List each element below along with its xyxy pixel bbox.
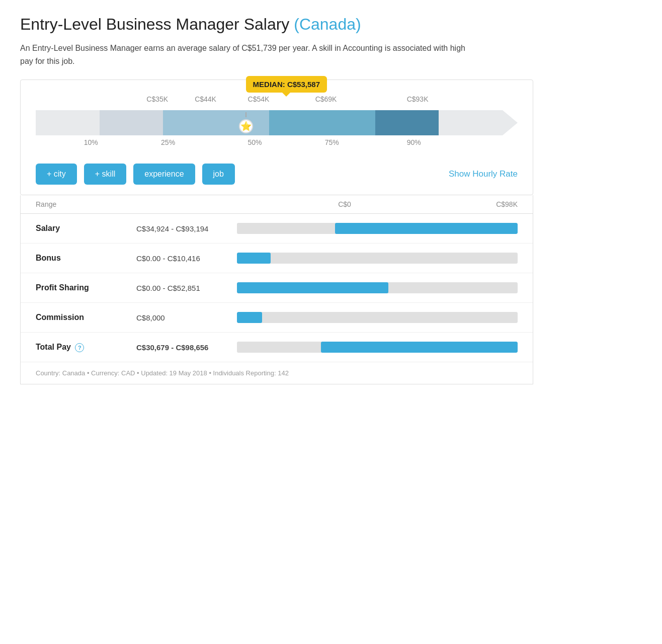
row-label-salary: Salary: [36, 224, 136, 233]
row-bar-fill-salary: [335, 223, 518, 234]
row-bar-container-bonus: [237, 253, 518, 264]
arrow-bar: [36, 110, 518, 135]
row-bar-container-profit-sharing: [237, 282, 518, 293]
salary-amount-label: C$93K: [407, 95, 429, 103]
col-header-max: C$98K: [477, 200, 518, 208]
row-label-profit-sharing: Profit Sharing: [36, 283, 136, 292]
job-filter-button[interactable]: job: [202, 164, 235, 185]
table-header-row: Range C$0 C$98K: [21, 195, 533, 214]
row-bar-fill-commission: [237, 312, 262, 323]
table-row: SalaryC$34,924 - C$93,194: [21, 214, 533, 244]
row-bar-container-commission: [237, 312, 518, 323]
arrow-body: [36, 110, 503, 135]
salary-bar-wrapper: MEDIAN: C$53,587 ⭐: [36, 110, 518, 135]
description-text: An Entry-Level Business Manager earns an…: [20, 42, 473, 67]
salary-amount-label: C$35K: [146, 95, 168, 103]
seg-before-10: [36, 110, 100, 135]
col-header-min: C$0: [212, 200, 477, 208]
country-label: (Canada): [294, 15, 361, 33]
salary-amount-label: C$69K: [315, 95, 337, 103]
percentile-label: 10%: [84, 138, 98, 146]
table-rows-container: SalaryC$34,924 - C$93,194BonusC$0.00 - C…: [21, 214, 533, 362]
seg-10-25: [100, 110, 163, 135]
table-row: BonusC$0.00 - C$10,416: [21, 244, 533, 273]
salary-amount-label: C$54K: [248, 95, 270, 103]
show-hourly-link[interactable]: Show Hourly Rate: [449, 169, 518, 179]
table-row: Profit SharingC$0.00 - C$52,851: [21, 273, 533, 303]
median-line-top: [245, 112, 246, 117]
seg-25-50: [163, 110, 269, 135]
row-range-total-pay: C$30,679 - C$98,656: [136, 343, 237, 352]
salary-amount-label: C$44K: [195, 95, 216, 103]
star-icon: ⭐: [239, 119, 253, 133]
salary-table: Range C$0 C$98K SalaryC$34,924 - C$93,19…: [20, 195, 533, 384]
row-label-total-pay: Total Pay ?: [36, 343, 136, 352]
filter-buttons-row: + city + skill experience job Show Hourl…: [36, 164, 518, 185]
row-label-bonus: Bonus: [36, 254, 136, 263]
footer-note: Country: Canada • Currency: CAD • Update…: [21, 362, 533, 384]
question-icon[interactable]: ?: [75, 343, 84, 352]
row-bar-fill-bonus: [237, 253, 271, 264]
arrow-head: [503, 110, 518, 135]
skill-filter-button[interactable]: + skill: [84, 164, 126, 185]
row-bar-fill-profit-sharing: [237, 282, 388, 293]
median-bubble: MEDIAN: C$53,587: [246, 76, 327, 93]
chart-inner: C$35KC$44KC$54KC$69KC$93K MEDIAN: C$53,5…: [36, 95, 518, 151]
experience-filter-button[interactable]: experience: [133, 164, 195, 185]
star-container: ⭐: [239, 112, 253, 133]
percentile-label: 50%: [248, 138, 262, 146]
table-row: Total Pay ?C$30,679 - C$98,656: [21, 333, 533, 362]
seg-75-90: [375, 110, 439, 135]
row-range-commission: C$8,000: [136, 313, 237, 322]
row-range-salary: C$34,924 - C$93,194: [136, 224, 237, 233]
row-bar-container-salary: [237, 223, 518, 234]
percentile-label: 25%: [161, 138, 175, 146]
seg-after-90: [439, 110, 503, 135]
row-range-bonus: C$0.00 - C$10,416: [136, 254, 237, 263]
city-filter-button[interactable]: + city: [36, 164, 77, 185]
percentile-labels-row: 10%25%50%75%90%: [36, 138, 518, 151]
salary-labels-row: C$35KC$44KC$54KC$69KC$93K: [36, 95, 518, 109]
page-title: Entry-Level Business Manager Salary (Can…: [20, 15, 533, 34]
percentile-label: 75%: [325, 138, 339, 146]
row-bar-container-total-pay: [237, 342, 518, 353]
row-bar-fill-total-pay: [321, 342, 518, 353]
row-range-profit-sharing: C$0.00 - C$52,851: [136, 284, 237, 292]
table-row: CommissionC$8,000: [21, 303, 533, 333]
salary-chart: C$35KC$44KC$54KC$69KC$93K MEDIAN: C$53,5…: [20, 79, 533, 195]
row-label-commission: Commission: [36, 313, 136, 322]
percentile-label: 90%: [407, 138, 421, 146]
col-header-range: Range: [36, 200, 212, 208]
median-marker: MEDIAN: C$53,587: [246, 76, 327, 95]
seg-50-75: [269, 110, 375, 135]
